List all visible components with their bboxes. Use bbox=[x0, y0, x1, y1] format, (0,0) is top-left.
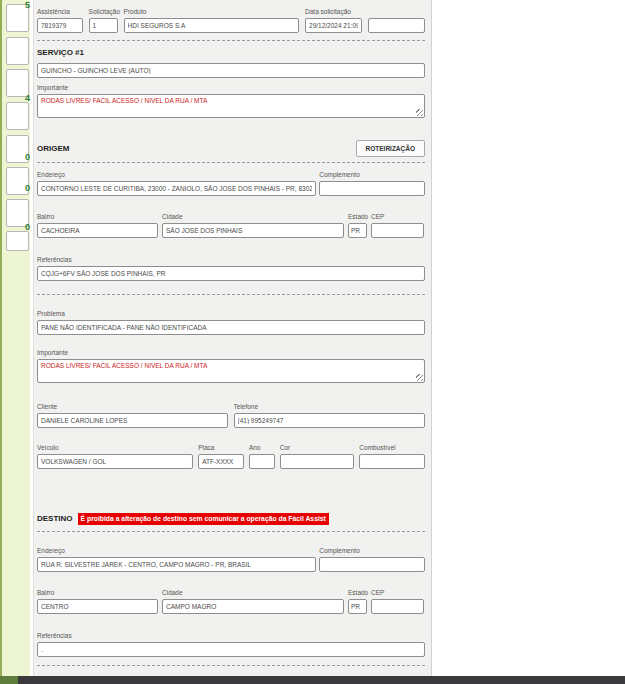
servico-heading: SERVIÇO #1 bbox=[37, 48, 425, 58]
origem-estado-input[interactable] bbox=[348, 223, 367, 238]
separator bbox=[37, 531, 425, 532]
servico-tipo-input[interactable] bbox=[37, 63, 425, 78]
separator bbox=[37, 162, 425, 163]
problema-label: Problema bbox=[37, 310, 425, 318]
cliente-label: Cliente bbox=[37, 403, 228, 411]
data-solicitacao-label: Data solicitação bbox=[305, 8, 362, 16]
origem-endereco-row: Endereço Complemento bbox=[37, 171, 425, 196]
ano-label: Ano bbox=[249, 444, 275, 452]
origem-bairro-input[interactable] bbox=[37, 223, 158, 238]
rail-number: 0 bbox=[25, 222, 30, 232]
data-extra-input[interactable] bbox=[368, 18, 425, 33]
destino-complemento-input[interactable] bbox=[319, 557, 425, 572]
bottom-bar-green-segment bbox=[0, 676, 18, 684]
separator bbox=[37, 294, 425, 295]
destino-bairro-row: Bairro Cidade Estado CEP bbox=[37, 589, 425, 614]
data-solicitacao-input[interactable] bbox=[305, 18, 362, 33]
separator bbox=[37, 40, 425, 41]
destino-endereco-label: Endereço bbox=[37, 547, 316, 555]
destino-cidade-input[interactable] bbox=[162, 599, 344, 614]
ano-input[interactable] bbox=[249, 454, 275, 469]
resize-grip-icon[interactable] bbox=[416, 109, 423, 116]
destino-endereco-input[interactable] bbox=[37, 557, 316, 572]
destino-warning-badge: É proibida a alteração de destino sem co… bbox=[78, 513, 329, 525]
combustivel-input[interactable] bbox=[359, 454, 425, 469]
rail-cell[interactable] bbox=[6, 231, 29, 251]
produto-input[interactable] bbox=[124, 18, 299, 33]
assistencia-label: Assistência bbox=[37, 8, 83, 16]
data-extra-label bbox=[368, 8, 425, 16]
origem-endereco-label: Endereço bbox=[37, 171, 316, 179]
destino-endereco-row: Endereço Complemento bbox=[37, 547, 425, 572]
cliente-input[interactable] bbox=[37, 413, 228, 428]
origem-endereco-input[interactable] bbox=[37, 181, 316, 196]
origem-referencias-input[interactable] bbox=[37, 266, 425, 281]
destino-cep-label: CEP bbox=[371, 589, 424, 597]
rail-number: 5 bbox=[25, 0, 30, 10]
separator bbox=[37, 665, 425, 666]
origem-cidade-label: Cidade bbox=[162, 213, 344, 221]
cliente-row: Cliente Telefone bbox=[37, 403, 425, 428]
rail-number: 0 bbox=[25, 183, 30, 193]
origem-complemento-label: Complemento bbox=[319, 171, 425, 179]
origem-estado-label: Estado bbox=[348, 213, 367, 221]
origem-cep-input[interactable] bbox=[371, 223, 424, 238]
solicitacao-label: Solicitação bbox=[89, 8, 118, 16]
destino-bairro-input[interactable] bbox=[37, 599, 158, 614]
destino-cidade-label: Cidade bbox=[162, 589, 344, 597]
servico-importante-label: Importante bbox=[37, 84, 425, 92]
origem-cep-label: CEP bbox=[371, 213, 424, 221]
service-form-panel: Assistência Solicitação Produto Data sol… bbox=[33, 0, 432, 676]
produto-label: Produto bbox=[124, 8, 299, 16]
origem-importante-label: Importante bbox=[37, 349, 425, 357]
solicitacao-input[interactable] bbox=[89, 18, 118, 33]
rail-number: 4 bbox=[25, 93, 30, 103]
veiculo-label: Veículo bbox=[37, 444, 193, 452]
header-row: Assistência Solicitação Produto Data sol… bbox=[37, 8, 425, 33]
rail-cell[interactable] bbox=[6, 102, 29, 130]
destino-estado-label: Estado bbox=[348, 589, 367, 597]
veiculo-input[interactable] bbox=[37, 454, 193, 469]
destino-bairro-label: Bairro bbox=[37, 589, 158, 597]
destino-referencias-label: Referências bbox=[37, 632, 425, 640]
origem-cidade-input[interactable] bbox=[162, 223, 344, 238]
origem-complemento-input[interactable] bbox=[319, 181, 425, 196]
origem-heading: ORIGEM bbox=[37, 144, 69, 154]
origem-heading-row: ORIGEM ROTEIRIZAÇÃO bbox=[37, 140, 425, 157]
problema-input[interactable] bbox=[37, 320, 425, 335]
telefone-input[interactable] bbox=[234, 413, 426, 428]
combustivel-label: Combustível bbox=[359, 444, 425, 452]
veiculo-row: Veículo Placa Ano Cor Combustível bbox=[37, 444, 425, 469]
placa-input[interactable] bbox=[198, 454, 244, 469]
origem-referencias-label: Referências bbox=[37, 256, 425, 264]
destino-complemento-label: Complemento bbox=[319, 547, 425, 555]
rail-cell[interactable] bbox=[6, 37, 29, 65]
cor-label: Cor bbox=[280, 444, 355, 452]
assistencia-input[interactable] bbox=[37, 18, 83, 33]
roteirizacao-button[interactable]: ROTEIRIZAÇÃO bbox=[356, 140, 425, 157]
telefone-label: Telefone bbox=[234, 403, 426, 411]
destino-referencias-input[interactable] bbox=[37, 642, 425, 657]
origem-bairro-label: Bairro bbox=[37, 213, 158, 221]
origem-bairro-row: Bairro Cidade Estado CEP bbox=[37, 213, 425, 238]
destino-estado-input[interactable] bbox=[348, 599, 367, 614]
rail-number: 0 bbox=[25, 152, 30, 162]
destino-heading: DESTINO bbox=[37, 514, 73, 524]
cor-input[interactable] bbox=[280, 454, 355, 469]
origem-importante-textarea[interactable]: RODAS LIVRES/ FACIL ACESSO / NIVEL DA RU… bbox=[37, 359, 425, 383]
horizontal-scrollbar[interactable] bbox=[0, 676, 625, 684]
destino-heading-row: DESTINO É proibida a alteração de destin… bbox=[37, 513, 425, 525]
resize-grip-icon[interactable] bbox=[416, 374, 423, 381]
servico-importante-textarea[interactable]: RODAS LIVRES/ FACIL ACESSO / NIVEL DA RU… bbox=[37, 94, 425, 118]
placa-label: Placa bbox=[198, 444, 244, 452]
destino-cep-input[interactable] bbox=[371, 599, 424, 614]
